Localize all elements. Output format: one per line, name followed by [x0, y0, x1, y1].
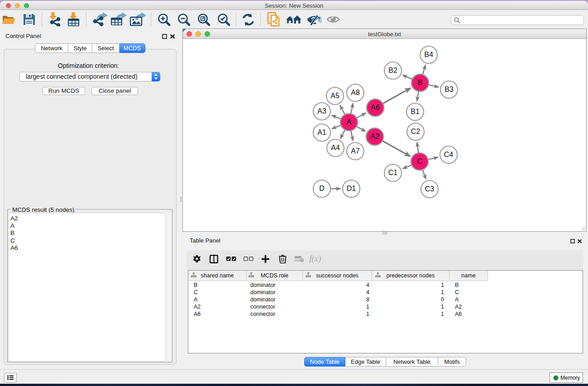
svg-text:A7: A7	[351, 147, 360, 155]
svg-text:A4: A4	[331, 144, 340, 152]
svg-text:C1: C1	[388, 169, 398, 176]
svg-text:A6: A6	[371, 104, 380, 111]
svg-text:B1: B1	[411, 108, 420, 115]
svg-text:A: A	[347, 118, 352, 126]
svg-text:A2: A2	[370, 133, 379, 140]
svg-text:B4: B4	[424, 51, 433, 58]
svg-text:C: C	[417, 157, 422, 165]
svg-text:A5: A5	[330, 92, 339, 100]
svg-text:D1: D1	[347, 185, 356, 192]
svg-text:D: D	[319, 185, 325, 192]
svg-text:A8: A8	[351, 89, 360, 96]
svg-text:A1: A1	[317, 129, 326, 136]
svg-text:B2: B2	[388, 67, 397, 74]
svg-text:C2: C2	[411, 128, 421, 135]
svg-text:B: B	[418, 79, 423, 86]
svg-text:B3: B3	[445, 86, 454, 93]
svg-text:A3: A3	[317, 107, 326, 115]
svg-text:C4: C4	[444, 151, 454, 158]
svg-text:f(x): f(x)	[309, 254, 321, 263]
svg-text:C3: C3	[425, 185, 435, 193]
